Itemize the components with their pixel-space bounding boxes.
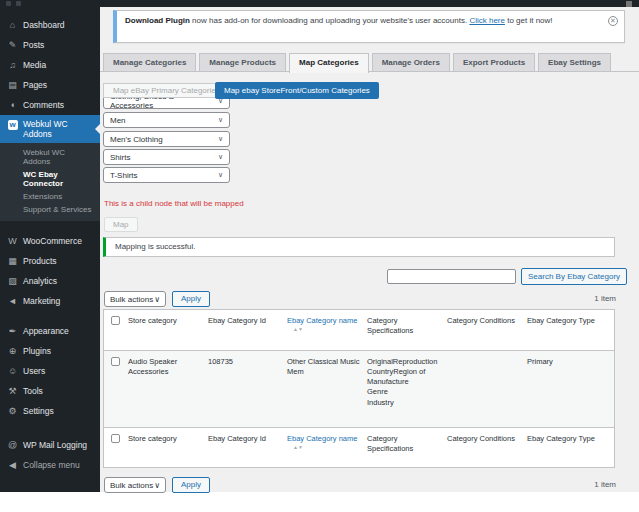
site-icon[interactable] [16, 1, 21, 6]
selected-value: Men's Clothing [110, 135, 163, 144]
sidebar-item-plugins[interactable]: ⊕ Plugins [0, 341, 100, 361]
sort-arrows-icon[interactable]: ▲▼ [287, 445, 361, 449]
cell-ebay-category-id: 108735 [206, 351, 285, 427]
cell-category-conditions [445, 351, 525, 427]
sidebar-item-label: Comments [23, 100, 64, 110]
appearance-icon: ✒ [7, 326, 18, 336]
selected-value: T-Shirts [110, 171, 138, 180]
category-select-level-3[interactable]: Men's Clothing ∨ [103, 131, 230, 147]
sidebar-item-products[interactable]: ▦ Products [0, 251, 100, 271]
map-storefront-categories-button[interactable]: Map ebay StoreFront/Custom Categories [215, 82, 379, 99]
download-plugin-notice: Download Plugin now has add-on for downl… [113, 10, 625, 43]
sidebar-item-label: Analytics [23, 276, 57, 286]
header-category-specifications: Category Specifications [365, 310, 445, 350]
sidebar-item-tools[interactable]: ⚒ Tools [0, 381, 100, 401]
submenu-item-wc-ebay-connector[interactable]: WC Ebay Connector [0, 168, 100, 190]
admin-toolbar [0, 0, 639, 7]
sidebar-item-label: Webkul WC Addons [23, 119, 93, 139]
chevron-down-icon: ∨ [218, 171, 223, 179]
sidebar-item-label: WP Mail Logging [23, 440, 87, 450]
wp-logo-icon[interactable] [6, 1, 11, 6]
category-mapping-table: Store category Ebay Category Id Ebay Cat… [103, 309, 615, 468]
wordpress-admin-page: ⌂ Dashboard ✎ Posts ♫ Media ▤ Pages ◖ Co… [0, 0, 639, 512]
tab-manage-products[interactable]: Manage Products [199, 53, 286, 72]
collapse-icon: ◀ [7, 460, 18, 470]
cell-ebay-category-type: Primary [525, 351, 614, 427]
sidebar-item-users[interactable]: ☺ Users [0, 361, 100, 381]
sidebar-item-settings[interactable]: ⚙ Settings [0, 401, 100, 421]
sidebar-item-comments[interactable]: ◖ Comments [0, 95, 100, 115]
selected-value: Men [110, 116, 126, 125]
search-by-ebay-category-button[interactable]: Search By Ebay Category [521, 268, 627, 285]
tab-export-products[interactable]: Export Products [453, 53, 535, 72]
sidebar-item-label: Plugins [23, 346, 51, 356]
apply-button-bottom[interactable]: Apply [172, 477, 210, 493]
sidebar-item-label: Settings [23, 406, 54, 416]
sidebar-item-label: Dashboard [23, 20, 65, 30]
ebay-category-search-input[interactable] [387, 269, 516, 284]
admin-sidebar: ⌂ Dashboard ✎ Posts ♫ Media ▤ Pages ◖ Co… [0, 7, 100, 492]
dismiss-notice-icon[interactable]: ✕ [608, 16, 618, 26]
media-icon: ♫ [7, 60, 18, 70]
item-count-top: 1 item [594, 294, 616, 303]
cell-store-category: Audio Speaker Accessories [126, 351, 206, 427]
sidebar-item-marketing[interactable]: ◄ Marketing [0, 291, 100, 311]
footer-category-conditions: Category Conditions [445, 428, 525, 467]
bulk-actions-label: Bulk actions [110, 295, 153, 304]
mail-logging-icon: @ [7, 440, 18, 450]
header-ebay-category-id: Ebay Category Id [206, 310, 285, 350]
select-all-checkbox-bottom[interactable] [111, 434, 120, 443]
posts-icon: ✎ [7, 40, 18, 50]
sidebar-item-woocommerce[interactable]: W WooCommerce [0, 231, 100, 251]
select-all-checkbox[interactable] [111, 316, 120, 325]
header-ebay-category-name[interactable]: Ebay Category name ▲▼ [285, 310, 365, 350]
category-select-level-2[interactable]: Men ∨ [103, 112, 230, 128]
sidebar-item-appearance[interactable]: ✒ Appearance [0, 321, 100, 341]
sort-arrows-icon[interactable]: ▲▼ [287, 327, 361, 331]
item-count-bottom: 1 item [594, 480, 616, 489]
submenu-item-extensions[interactable]: Extensions [0, 190, 100, 203]
footer-category-specifications: Category Specifications [365, 428, 445, 467]
chevron-down-icon: ∨ [218, 153, 223, 161]
sidebar-item-wp-mail-logging[interactable]: @ WP Mail Logging [0, 435, 100, 455]
map-button[interactable]: Map [104, 217, 138, 232]
sidebar-item-label: Products [23, 256, 57, 266]
row-checkbox[interactable] [111, 357, 120, 366]
click-here-link[interactable]: Click here [469, 16, 505, 25]
dashboard-icon: ⌂ [7, 20, 18, 30]
sidebar-item-dashboard[interactable]: ⌂ Dashboard [0, 15, 100, 35]
tab-map-categories[interactable]: Map Categories [289, 53, 369, 73]
header-ebay-category-type: Ebay Category Type [525, 310, 614, 350]
tools-icon: ⚒ [7, 386, 18, 396]
products-icon: ▦ [7, 256, 18, 266]
sidebar-item-analytics[interactable]: ▨ Analytics [0, 271, 100, 291]
sidebar-item-label: Users [23, 366, 45, 376]
child-node-warning: This is a child node that will be mapped [104, 199, 244, 208]
bulk-actions-select-top[interactable]: Bulk actions ∨ [104, 291, 166, 307]
bulk-actions-select-bottom[interactable]: Bulk actions ∨ [104, 477, 166, 493]
sidebar-item-posts[interactable]: ✎ Posts [0, 35, 100, 55]
sidebar-item-label: Media [23, 60, 46, 70]
selected-value: Shirts [110, 153, 130, 162]
sidebar-item-webkul-wc-addons[interactable]: w Webkul WC Addons [0, 115, 100, 143]
tab-ebay-settings[interactable]: Ebay Settings [538, 53, 611, 72]
footer-ebay-category-name[interactable]: Ebay Category name ▲▼ [285, 428, 365, 467]
tab-manage-orders[interactable]: Manage Orders [372, 53, 450, 72]
bulk-actions-label: Bulk actions [110, 481, 153, 490]
submenu-item-webkul-wc-addons[interactable]: Webkul WC Addons [0, 146, 100, 168]
map-primary-categories-button[interactable]: Map eBay Primary Categories [103, 83, 230, 98]
sidebar-item-media[interactable]: ♫ Media [0, 55, 100, 75]
spec-item: CountryRegion of Manufacture [367, 367, 441, 387]
tab-manage-categories[interactable]: Manage Categories [103, 53, 196, 72]
sidebar-item-label: Marketing [23, 296, 60, 306]
category-select-level-4[interactable]: Shirts ∨ [103, 149, 230, 165]
chevron-down-icon: ∨ [154, 295, 160, 304]
apply-button-top[interactable]: Apply [172, 291, 210, 307]
spec-item: Industry [367, 398, 441, 408]
sidebar-item-pages[interactable]: ▤ Pages [0, 75, 100, 95]
sidebar-item-collapse-menu[interactable]: ◀ Collapse menu [0, 455, 100, 475]
submenu-item-support-services[interactable]: Support & Services [0, 203, 100, 216]
category-select-level-5[interactable]: T-Shirts ∨ [103, 167, 230, 183]
footer-ebay-category-type: Ebay Category Type [525, 428, 614, 467]
webkul-icon: w [7, 119, 18, 130]
